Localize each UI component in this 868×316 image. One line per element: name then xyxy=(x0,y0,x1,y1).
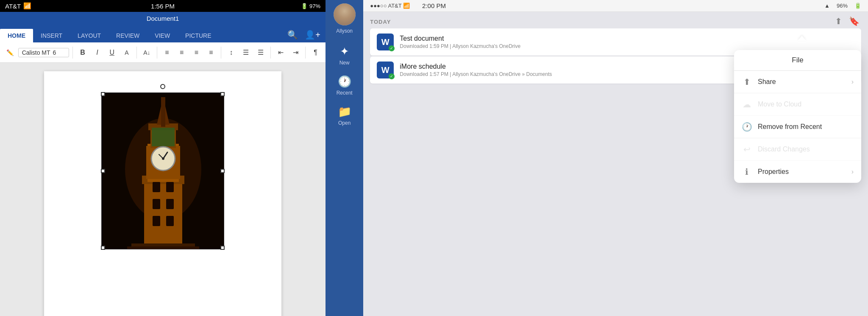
svg-rect-10 xyxy=(152,128,175,146)
sidebar-recent-label: Recent xyxy=(337,90,353,96)
bold-btn[interactable]: B xyxy=(76,46,89,59)
right-panel-main: ●●●○○ AT&T 📶 2:00 PM ▲ 96% 🔋 ⬆ 🔖 TODAY xyxy=(363,0,868,316)
cloud-menu-icon: ☁ xyxy=(742,99,752,109)
sidebar-item-new[interactable]: ✦ New xyxy=(328,41,362,70)
file-menu-remove-recent[interactable]: 🕐 Remove from Recent xyxy=(734,116,861,138)
handle-ml[interactable] xyxy=(101,169,105,173)
font-size: 6 xyxy=(53,49,56,56)
battery-icon-left: 🔋 xyxy=(301,3,308,9)
carrier-right-label: AT&T xyxy=(388,3,401,9)
sync-check-1: ✓ xyxy=(389,73,395,79)
avatar[interactable] xyxy=(334,3,356,25)
avatar-image xyxy=(334,3,356,25)
underline-btn[interactable]: U xyxy=(106,46,119,59)
font-name: Calisto MT xyxy=(22,49,50,56)
handle-bl[interactable] xyxy=(101,246,105,250)
new-icon: ✦ xyxy=(340,45,349,58)
file-menu-discard[interactable]: ↩ Discard Changes xyxy=(734,138,861,161)
tab-layout[interactable]: LAYOUT xyxy=(70,29,108,42)
font-color-btn[interactable]: A xyxy=(120,46,134,59)
recent-icon: 🕐 xyxy=(338,75,351,88)
justify-btn[interactable]: ≡ xyxy=(205,46,218,59)
rotate-handle[interactable] xyxy=(160,84,165,89)
sidebar-item-recent[interactable]: 🕐 Recent xyxy=(328,71,362,100)
doc-area: Cut Copy Delete Replace... xyxy=(0,63,326,316)
bigben-svg xyxy=(102,93,224,249)
font-size-down-btn[interactable]: A↓ xyxy=(140,46,153,59)
time-right: 2:00 PM xyxy=(422,2,446,9)
wifi-icon-left: 📶 xyxy=(23,2,31,10)
doc-info-0: Test document Downloaded 1:59 PM | Allys… xyxy=(400,35,854,49)
align-right-btn[interactable]: ≡ xyxy=(190,46,203,59)
divider-1 xyxy=(72,47,73,59)
recent-menu-icon: 🕐 xyxy=(742,122,752,132)
title-bar: Document1 xyxy=(0,12,326,25)
doc-title-0: Test document xyxy=(400,35,854,42)
file-popup-arrow xyxy=(798,36,806,41)
bookmark-icon[interactable]: 🔖 xyxy=(849,16,860,26)
svg-rect-17 xyxy=(153,199,160,209)
open-icon: 📁 xyxy=(338,105,351,118)
tab-home[interactable]: HOME xyxy=(0,29,33,42)
handle-br[interactable] xyxy=(220,246,225,250)
carrier-left: AT&T xyxy=(5,3,21,10)
status-bar-left: AT&T 📶 1:56 PM 🔋 97% xyxy=(0,0,326,12)
battery-right: 96% xyxy=(837,3,848,9)
toolbar: ✏️ Calisto MT 6 B I U A A↓ ≡ ≡ ≡ ≡ ↕ ☰ ☰… xyxy=(0,42,326,63)
align-left-btn[interactable]: ≡ xyxy=(161,46,174,59)
svg-rect-9 xyxy=(161,97,165,127)
cloud-menu-label: Move to Cloud xyxy=(758,101,854,108)
search-icon[interactable]: 🔍 xyxy=(287,30,298,40)
handle-mr[interactable] xyxy=(220,169,225,173)
file-menu-move-cloud[interactable]: ☁ Move to Cloud xyxy=(734,93,861,116)
word-icon-0: W xyxy=(381,37,389,47)
ribbon-tabs: HOME INSERT LAYOUT REVIEW VIEW PICTURE 🔍… xyxy=(0,25,326,42)
right-content: ⬆ 🔖 TODAY W ✓ Test document Downloaded 1… xyxy=(363,12,868,316)
sidebar-open-label: Open xyxy=(338,120,351,126)
indent-left-btn[interactable]: ⇤ xyxy=(274,46,287,59)
tab-insert[interactable]: INSERT xyxy=(33,29,70,42)
divider-5 xyxy=(270,47,271,59)
add-user-icon[interactable]: 👤+ xyxy=(305,30,320,40)
file-menu-share[interactable]: ⬆ Share › xyxy=(734,71,861,93)
document-page xyxy=(44,71,281,316)
status-bar-right: ●●●○○ AT&T 📶 2:00 PM ▲ 96% 🔋 xyxy=(363,0,868,12)
line-spacing-btn[interactable]: ↕ xyxy=(225,46,238,59)
document-title: Document1 xyxy=(147,15,179,22)
carrier-signal-left: AT&T 📶 xyxy=(5,2,31,10)
battery-icon-right: 🔋 xyxy=(854,3,861,9)
italic-btn[interactable]: I xyxy=(91,46,104,59)
handle-tr[interactable] xyxy=(220,92,225,96)
wifi-icon-right: 📶 xyxy=(403,3,410,9)
right-status-area: ▲ 96% 🔋 xyxy=(824,3,861,9)
tab-picture[interactable]: PICTURE xyxy=(178,29,219,42)
file-menu-properties[interactable]: ℹ Properties › xyxy=(734,161,861,183)
font-selector[interactable]: Calisto MT 6 xyxy=(18,48,69,57)
indent-right-btn[interactable]: ⇥ xyxy=(289,46,302,59)
svg-rect-20 xyxy=(166,216,174,226)
tab-view[interactable]: VIEW xyxy=(147,29,178,42)
file-popup-title: File xyxy=(734,50,861,71)
section-today: TODAY xyxy=(370,19,861,25)
num-list-btn[interactable]: ☰ xyxy=(254,46,267,59)
battery-left: 🔋 97% xyxy=(301,3,320,9)
format-brush-btn[interactable]: ✏️ xyxy=(3,46,17,59)
paragraph-marks-btn[interactable]: ¶ xyxy=(309,46,322,59)
tab-review[interactable]: REVIEW xyxy=(108,29,147,42)
image-container[interactable] xyxy=(101,92,224,249)
align-center-btn[interactable]: ≡ xyxy=(175,46,188,59)
sidebar-item-open[interactable]: 📁 Open xyxy=(328,101,362,130)
carrier-right: ●●●○○ AT&T 📶 xyxy=(370,3,410,9)
top-action-icons: ⬆ 🔖 xyxy=(835,16,860,26)
sidebar-username: Allyson xyxy=(336,28,353,34)
share-menu-icon: ⬆ xyxy=(742,77,752,87)
battery-pct-left: 97% xyxy=(309,3,320,9)
location-icon: ▲ xyxy=(824,3,830,9)
share-icon[interactable]: ⬆ xyxy=(835,16,842,26)
svg-rect-2 xyxy=(144,178,182,246)
doc-image xyxy=(101,92,224,249)
doc-icon-1: W ✓ xyxy=(377,62,394,78)
bullet-list-btn[interactable]: ☰ xyxy=(239,46,253,59)
handle-tl[interactable] xyxy=(101,92,105,96)
discard-menu-label: Discard Changes xyxy=(758,145,854,153)
